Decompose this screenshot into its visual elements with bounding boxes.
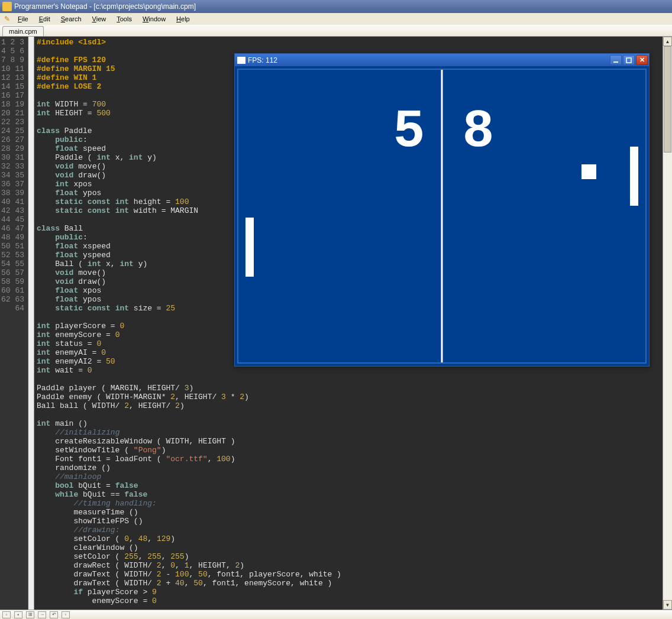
pong-game-window[interactable]: FPS: 112 ✕ 5 8 xyxy=(234,53,650,367)
status-btn-3[interactable]: ⊞ xyxy=(26,611,34,618)
status-btn-4[interactable]: → xyxy=(38,611,46,618)
minimize-icon xyxy=(613,57,619,63)
editor-titlebar[interactable]: Programmer's Notepad - [c:\cpm\projects\… xyxy=(0,0,672,13)
statusbar: ▫ ▪ ⊞ → ↶ ▫ xyxy=(0,610,672,619)
left-paddle xyxy=(245,218,254,277)
status-btn-5[interactable]: ↶ xyxy=(50,611,58,618)
minimize-button[interactable] xyxy=(610,55,622,65)
ball xyxy=(581,164,596,179)
vertical-scrollbar[interactable]: ▲ ▼ xyxy=(663,37,672,610)
svg-rect-1 xyxy=(626,58,631,63)
menu-edit[interactable]: Edit xyxy=(34,14,55,24)
tab-main-cpm[interactable]: main.cpm xyxy=(2,26,44,36)
titlebar-text: Programmer's Notepad - [c:\cpm\projects\… xyxy=(14,2,196,11)
status-btn-6[interactable]: ▫ xyxy=(62,611,70,618)
status-btn-1[interactable]: ▫ xyxy=(2,611,11,618)
game-title-left: FPS: 112 xyxy=(237,56,277,64)
game-titlebar[interactable]: FPS: 112 ✕ xyxy=(235,54,649,66)
pencil-icon: ✎ xyxy=(2,14,12,24)
menu-window[interactable]: Window xyxy=(138,14,170,24)
game-window-controls: ✕ xyxy=(610,55,648,65)
menu-search[interactable]: Search xyxy=(56,14,86,24)
game-net xyxy=(441,70,443,362)
line-number-gutter: 1 2 3 4 5 6 7 8 9 10 11 12 13 14 15 16 1… xyxy=(0,37,28,610)
game-app-icon xyxy=(237,57,245,64)
scroll-track[interactable] xyxy=(663,46,672,600)
right-paddle xyxy=(630,147,638,206)
game-field[interactable]: 5 8 xyxy=(237,69,647,364)
menubar: ✎ File Edit Search View Tools Window Hel… xyxy=(0,13,672,25)
maximize-icon xyxy=(626,57,632,63)
svg-rect-0 xyxy=(613,61,618,63)
maximize-button[interactable] xyxy=(623,55,635,65)
game-title-text: FPS: 112 xyxy=(248,56,277,64)
menu-file[interactable]: File xyxy=(13,14,33,24)
scroll-thumb[interactable] xyxy=(664,46,671,153)
close-icon: ✕ xyxy=(639,56,645,64)
fold-margin[interactable] xyxy=(28,37,34,610)
menu-tools[interactable]: Tools xyxy=(112,14,137,24)
menu-view[interactable]: View xyxy=(88,14,111,24)
menu-help[interactable]: Help xyxy=(172,14,195,24)
score-right: 8 xyxy=(462,105,490,158)
close-button[interactable]: ✕ xyxy=(636,55,648,65)
scroll-down-icon[interactable]: ▼ xyxy=(663,600,672,610)
status-btn-2[interactable]: ▪ xyxy=(14,611,22,618)
scroll-up-icon[interactable]: ▲ xyxy=(663,37,672,46)
tabbar: main.cpm xyxy=(0,25,672,37)
app-icon xyxy=(2,2,12,11)
score-left: 5 xyxy=(393,105,422,158)
